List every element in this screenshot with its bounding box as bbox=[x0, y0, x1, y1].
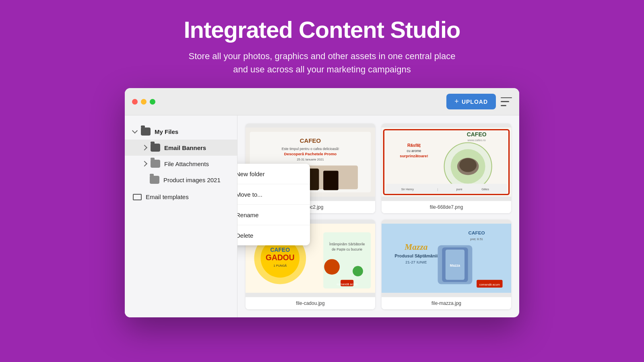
svg-text:Descoperă Pachetele Promo: Descoperă Pachetele Promo bbox=[284, 152, 337, 156]
folder-icon bbox=[150, 176, 159, 184]
svg-text:CAFEO: CAFEO bbox=[300, 137, 321, 144]
maximize-button[interactable] bbox=[150, 99, 155, 105]
svg-text:Este timpul pentru o cafea del: Este timpul pentru o cafea delicioasă! bbox=[282, 147, 339, 151]
svg-text:pure: pure bbox=[456, 187, 462, 191]
title-bar-actions: + UPLOAD bbox=[446, 94, 512, 109]
traffic-lights bbox=[132, 99, 155, 105]
svg-text:CAFEO: CAFEO bbox=[468, 230, 485, 236]
sidebar-item-email-templates[interactable]: Email templates bbox=[125, 189, 237, 204]
plus-icon: + bbox=[454, 97, 459, 106]
sidebar-item-label: Email Banners bbox=[164, 144, 206, 151]
context-menu-item-label: New folder bbox=[237, 171, 265, 177]
svg-text:25-31 Ianuarie 2021: 25-31 Ianuarie 2021 bbox=[297, 158, 324, 161]
svg-text:Produsul Săptămânii: Produsul Săptămânii bbox=[395, 253, 438, 258]
context-menu: + New folder ↳ Move to... bbox=[237, 164, 310, 245]
svg-text:Mazza: Mazza bbox=[450, 263, 460, 267]
file-card[interactable]: CAFEO www.cafeo.ro Răsfăț cu arome surpr… bbox=[382, 123, 511, 213]
sort-button[interactable] bbox=[501, 97, 512, 106]
main-title: Integrated Content Studio bbox=[184, 16, 460, 43]
file-card-name: file-668de7.png bbox=[382, 201, 511, 213]
svg-text:Răsfăț: Răsfăț bbox=[407, 143, 421, 148]
sidebar-item-email-banners[interactable]: Email Banners bbox=[125, 140, 237, 156]
file-card-name: file-cadou.jpg bbox=[246, 297, 375, 309]
svg-text:Sir Henry: Sir Henry bbox=[401, 187, 414, 191]
folder-icon bbox=[141, 128, 151, 136]
context-menu-delete[interactable]: Delete bbox=[237, 225, 310, 245]
sidebar-item-label: Product images 2021 bbox=[163, 177, 221, 183]
context-menu-move-to[interactable]: ↳ Move to... bbox=[237, 184, 310, 205]
chevron-down-icon bbox=[132, 128, 138, 134]
svg-point-21 bbox=[459, 158, 477, 172]
sidebar-item-my-files[interactable]: My Files bbox=[125, 123, 237, 140]
svg-text:Întâmpinăm Sărbătorile: Întâmpinăm Sărbătorile bbox=[329, 242, 365, 246]
svg-text:www.cafeo.ro: www.cafeo.ro bbox=[467, 138, 486, 142]
file-card-image: CAFEO preț: 8.51 Mazza Produsul Săptămân… bbox=[382, 220, 511, 297]
main-content: My Files Email Banners File Attachments … bbox=[125, 115, 519, 317]
svg-text:GADOU: GADOU bbox=[266, 253, 295, 262]
upload-button[interactable]: + UPLOAD bbox=[446, 94, 496, 109]
subtitle: Store all your photos, graphics and othe… bbox=[184, 49, 460, 76]
folder-icon bbox=[151, 144, 160, 152]
context-menu-item-label: Delete bbox=[237, 232, 253, 239]
context-menu-item-label: Rename bbox=[237, 212, 259, 218]
svg-text:Mazza: Mazza bbox=[404, 242, 427, 252]
svg-text:preț: 8.51: preț: 8.51 bbox=[470, 237, 483, 241]
context-menu-new-folder[interactable]: + New folder bbox=[237, 164, 310, 184]
svg-text:comandă acum: comandă acum bbox=[479, 283, 500, 286]
email-icon bbox=[133, 194, 142, 200]
file-card-name: file-mazza.jpg bbox=[382, 297, 511, 309]
svg-text:1 PUNGĂ: 1 PUNGĂ bbox=[273, 264, 287, 267]
sidebar-item-file-attachments[interactable]: File Attachments bbox=[125, 156, 237, 172]
close-button[interactable] bbox=[132, 99, 138, 105]
page-header: Integrated Content Studio Store all your… bbox=[175, 0, 468, 88]
minimize-button[interactable] bbox=[141, 99, 147, 105]
svg-text:21-27 IUNIE: 21-27 IUNIE bbox=[405, 260, 427, 264]
sidebar-item-label: Email templates bbox=[146, 193, 189, 200]
chevron-right-icon bbox=[142, 145, 147, 150]
file-card-image: CAFEO www.cafeo.ro Răsfăț cu arome surpr… bbox=[382, 123, 511, 201]
upload-label: UPLOAD bbox=[462, 99, 488, 105]
app-window: + UPLOAD My Files Email Banne bbox=[125, 88, 519, 317]
svg-text:comandă acum: comandă acum bbox=[337, 282, 357, 286]
file-card[interactable]: CAFEO preț: 8.51 Mazza Produsul Săptămân… bbox=[382, 220, 511, 309]
svg-rect-10 bbox=[323, 171, 339, 190]
svg-text:CAFEO: CAFEO bbox=[467, 131, 487, 138]
sidebar-item-label: My Files bbox=[155, 128, 178, 135]
context-menu-item-label: Move to... bbox=[237, 191, 262, 198]
title-bar: + UPLOAD bbox=[125, 88, 519, 115]
svg-text:Gilles: Gilles bbox=[481, 187, 489, 191]
chevron-right-icon bbox=[142, 161, 147, 167]
svg-text:de Paște cu bucurie: de Paște cu bucurie bbox=[332, 247, 362, 251]
sidebar-item-product-images[interactable]: Product images 2021 bbox=[125, 172, 237, 188]
svg-point-37 bbox=[353, 266, 363, 276]
svg-text:CAFEO: CAFEO bbox=[270, 247, 290, 253]
svg-point-36 bbox=[324, 259, 340, 275]
svg-text:cu arome: cu arome bbox=[407, 149, 421, 153]
svg-text:surprinzătoare!: surprinzătoare! bbox=[400, 154, 428, 158]
folder-icon bbox=[151, 160, 160, 168]
sidebar-item-label: File Attachments bbox=[164, 160, 209, 167]
svg-text:|: | bbox=[438, 187, 438, 191]
sidebar: My Files Email Banners File Attachments … bbox=[125, 115, 237, 317]
context-menu-rename[interactable]: Rename bbox=[237, 205, 310, 225]
